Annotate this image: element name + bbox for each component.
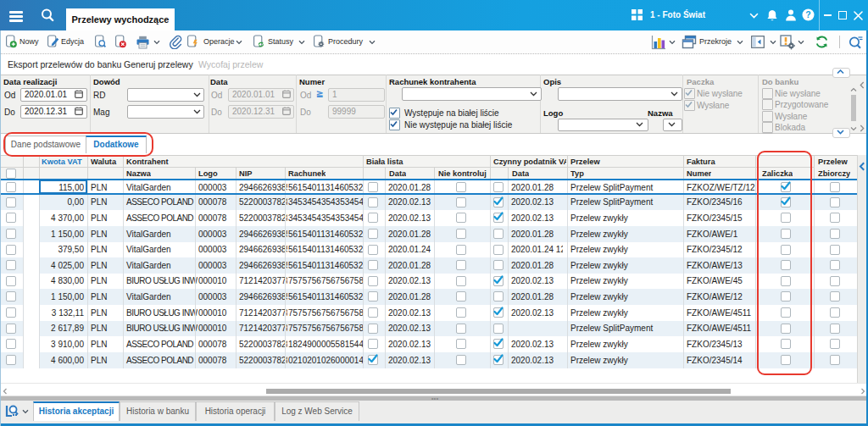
svg-text:?: ? (805, 9, 810, 19)
